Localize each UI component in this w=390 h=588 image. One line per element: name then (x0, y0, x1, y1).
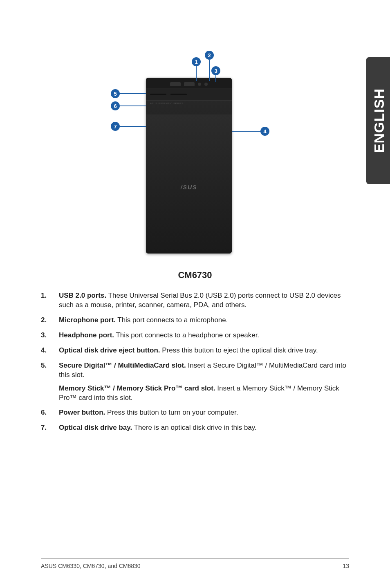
audio-jack-icon (198, 83, 201, 86)
footer-left: ASUS CM6330, CM6730, and CM6830 (41, 563, 141, 569)
item-desc: This port connects to a microphone. (116, 316, 228, 324)
device-diagram: 1 2 3 4 5 6 7 ASUS ESSENTI (89, 49, 301, 262)
language-tab: ENGLISH (366, 57, 390, 184)
callout-5: 5 (111, 89, 120, 98)
list-item: 1. USB 2.0 ports. These Universal Serial… (41, 291, 349, 310)
callout-line (120, 93, 146, 94)
item-term: Memory Stick™ / Memory Stick Pro™ card s… (59, 384, 215, 392)
item-term: Secure Digital™ / MultiMediaCard slot. (59, 361, 186, 369)
item-term: Optical disk drive bay. (59, 424, 132, 431)
callout-line (232, 131, 260, 132)
card-slot-icon (170, 94, 187, 95)
callout-line (196, 66, 197, 81)
callout-line (120, 105, 146, 106)
item-body: Power button. Press this button to turn … (59, 408, 349, 417)
item-body: USB 2.0 ports. These Universal Serial Bu… (59, 291, 349, 310)
usb-port-icon (170, 82, 181, 86)
callout-line (209, 60, 210, 81)
item-number: 6. (41, 408, 59, 417)
audio-jack-icon (204, 83, 208, 86)
page-number: 13 (343, 563, 349, 569)
list-item: 6. Power button. Press this button to tu… (41, 408, 349, 417)
callout-1: 1 (192, 57, 201, 66)
item-number: 2. (41, 316, 59, 325)
item-number: 4. (41, 346, 59, 355)
callout-7: 7 (111, 122, 120, 131)
item-term: USB 2.0 ports. (59, 292, 106, 299)
callout-2: 2 (205, 51, 214, 60)
item-sub: Memory Stick™ / Memory Stick Pro™ card s… (59, 384, 349, 403)
item-term: Optical disk drive eject button. (59, 346, 160, 354)
page-footer: ASUS CM6330, CM6730, and CM6830 13 (41, 558, 349, 569)
item-body: Secure Digital™ / MultiMediaCard slot. I… (59, 361, 349, 403)
item-body: Optical disk drive eject button. Press t… (59, 346, 349, 355)
item-number: 5. (41, 361, 59, 403)
spec-list: 1. USB 2.0 ports. These Universal Serial… (41, 291, 349, 433)
list-item: 4. Optical disk drive eject button. Pres… (41, 346, 349, 355)
item-body: Microphone port. This port connects to a… (59, 316, 349, 325)
list-item: 5. Secure Digital™ / MultiMediaCard slot… (41, 361, 349, 403)
item-desc: Press this button to eject the optical d… (160, 346, 318, 354)
item-desc: Press this button to turn on your comput… (105, 408, 238, 416)
series-badge: ASUS ESSENTIO SERIES (146, 101, 232, 105)
callout-4: 4 (260, 127, 269, 136)
asus-logo: /SUS (146, 184, 232, 191)
item-number: 1. (41, 291, 59, 310)
usb-port-icon (184, 82, 195, 86)
item-desc: There is an optical disk drive in this b… (132, 424, 257, 431)
item-term: Headphone port. (59, 331, 114, 339)
item-number: 3. (41, 331, 59, 340)
card-slot-icon (150, 94, 166, 95)
callout-6: 6 (111, 101, 120, 110)
item-term: Power button. (59, 408, 105, 416)
top-io-panel (146, 78, 232, 88)
item-number: 7. (41, 423, 59, 433)
list-item: 7. Optical disk drive bay. There is an o… (41, 423, 349, 433)
list-item: 2. Microphone port. This port connects t… (41, 316, 349, 325)
callout-line (215, 75, 216, 82)
diagram-caption: CM6730 (41, 270, 349, 281)
pc-tower-illustration: ASUS ESSENTIO SERIES OPTICAL DRIVE /SUS (146, 78, 232, 254)
list-item: 3. Headphone port. This port connects to… (41, 331, 349, 340)
item-body: Headphone port. This port connects to a … (59, 331, 349, 340)
tower-front-panel: /SUS (146, 114, 232, 254)
card-reader-strip (146, 88, 232, 101)
callout-3: 3 (211, 66, 220, 75)
callout-line (120, 126, 146, 127)
language-label: ENGLISH (371, 88, 387, 153)
page-content: 1 2 3 4 5 6 7 ASUS ESSENTI (41, 49, 349, 563)
item-body: Optical disk drive bay. There is an opti… (59, 423, 349, 433)
item-desc: This port connects to a headphone or spe… (114, 331, 259, 339)
item-term: Microphone port. (59, 316, 116, 324)
